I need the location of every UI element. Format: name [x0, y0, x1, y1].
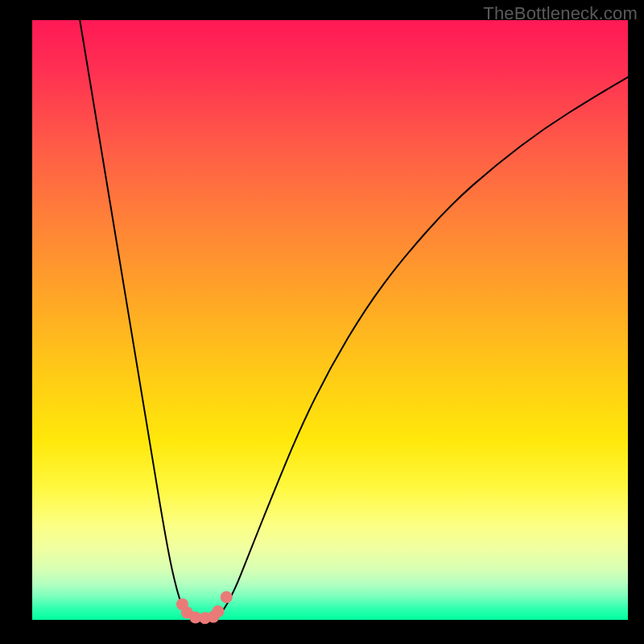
watermark-text: TheBottleneck.com [483, 3, 638, 24]
curve-left-branch [80, 20, 196, 618]
chart-svg [32, 20, 628, 620]
trough-marker [221, 591, 233, 603]
plot-area [32, 20, 628, 620]
curve-right-branch [214, 77, 628, 618]
chart-frame: TheBottleneck.com [0, 0, 644, 644]
trough-marker [212, 605, 224, 617]
